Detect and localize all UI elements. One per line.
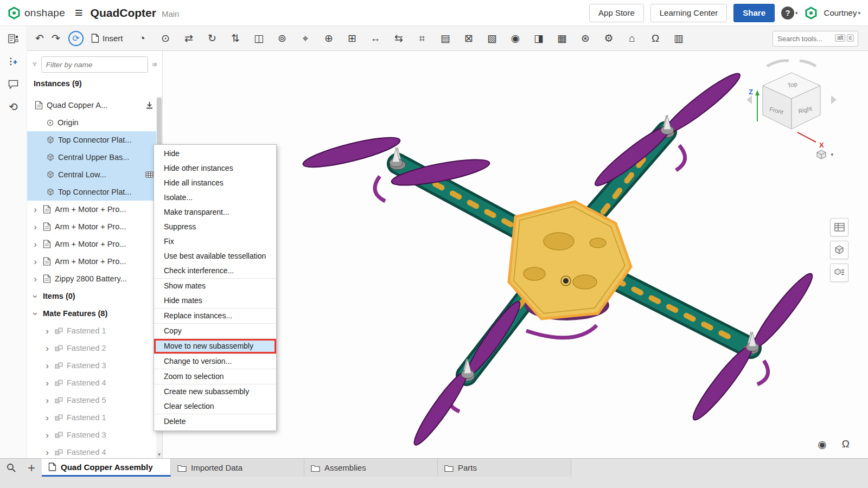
undo-icon[interactable]: ↶ xyxy=(31,32,48,44)
context-menu-item[interactable]: Replace instances... xyxy=(154,309,276,323)
chevron-right-icon[interactable]: › xyxy=(43,361,51,370)
instance-row[interactable]: Origin xyxy=(27,114,157,131)
snap-mode-icon[interactable]: ⌗ xyxy=(411,29,434,48)
instance-row[interactable]: ›Zippy 2800 Battery... xyxy=(27,270,157,287)
instance-row[interactable]: Central Low... xyxy=(27,166,157,183)
context-menu-item[interactable]: Show mates xyxy=(154,279,276,293)
chevron-right-icon[interactable]: › xyxy=(43,448,51,457)
add-tab-icon[interactable]: + xyxy=(28,461,35,474)
mate-feature-row[interactable]: ›Fastened 2 xyxy=(27,339,157,357)
tangent-icon[interactable]: ↔ xyxy=(364,29,387,48)
user-menu[interactable]: Courtney ▾ xyxy=(824,8,860,17)
context-menu-item[interactable]: Zoom to selection xyxy=(154,369,276,384)
context-menu-item-highlighted[interactable]: Move to new subassembly xyxy=(154,339,276,354)
mate-connector-icon[interactable]: ⇄ xyxy=(177,29,201,48)
document-tab[interactable]: Imported Data xyxy=(171,459,304,477)
chevron-right-icon[interactable]: › xyxy=(31,240,39,249)
instance-row[interactable]: Top Connector Plat... xyxy=(27,131,157,149)
comment-icon[interactable] xyxy=(7,78,20,90)
sheet-metal-icon[interactable]: ⌂ xyxy=(621,29,644,48)
feature-list-icon[interactable] xyxy=(7,33,20,44)
scroll-down-icon[interactable]: ▾ xyxy=(156,451,162,458)
named-positions-icon[interactable]: ▤ xyxy=(434,29,457,48)
snapshot-icon[interactable]: ◉ xyxy=(504,29,527,48)
update-icon[interactable]: ⟳ xyxy=(68,31,84,46)
context-menu-item[interactable]: Hide xyxy=(154,146,276,161)
view-cube[interactable]: Top Front Right Z X xyxy=(745,57,838,150)
help-menu[interactable]: ? ▾ xyxy=(781,7,798,20)
pattern-circular-icon[interactable]: ▦ xyxy=(551,29,574,48)
instance-row[interactable]: ›Arm + Motor + Pro... xyxy=(27,201,157,218)
pattern-linear-icon[interactable]: ⊠ xyxy=(457,29,481,48)
chevron-right-icon[interactable]: › xyxy=(43,431,51,440)
chevron-right-icon[interactable]: › xyxy=(31,205,39,214)
instance-row[interactable]: Quad Copper A... xyxy=(27,97,157,114)
insert-button[interactable]: Insert xyxy=(91,34,123,43)
rotate-right-icon[interactable] xyxy=(831,95,837,104)
instance-row[interactable]: Top Connector Plat... xyxy=(27,183,157,201)
record-icon[interactable]: ◉ xyxy=(818,438,827,451)
context-menu-item[interactable]: Hide mates xyxy=(154,293,276,308)
onshape-logo[interactable]: onshape xyxy=(8,7,65,20)
context-menu-item[interactable]: Hide all instances xyxy=(154,176,276,190)
planar-icon[interactable]: ◫ xyxy=(247,29,271,48)
rotate-ccw-icon[interactable] xyxy=(767,61,789,66)
mate-feature-row[interactable]: ›Fastened 3 xyxy=(27,357,157,374)
instance-row[interactable]: ›Arm + Motor + Pro... xyxy=(27,253,157,270)
document-tab[interactable]: Quad Copper Assembly xyxy=(42,459,171,477)
insert-part-icon[interactable] xyxy=(7,55,20,67)
cylindrical-icon[interactable]: ⊚ xyxy=(271,29,294,48)
redo-icon[interactable]: ↷ xyxy=(48,32,64,44)
mate-feature-row[interactable]: ›Fastened 1 xyxy=(27,322,157,339)
replicate-icon[interactable]: ⊛ xyxy=(574,29,597,48)
app-store-button[interactable]: App Store xyxy=(589,4,644,22)
workspace-name[interactable]: Main xyxy=(162,9,180,18)
chevron-right-icon[interactable]: › xyxy=(43,326,51,336)
mate-feature-row[interactable]: ›Fastened 5 xyxy=(27,391,157,409)
mate-feature-row[interactable]: ›Fastened 4 xyxy=(27,374,157,391)
mate-feature-row[interactable]: ›Fastened 3 xyxy=(27,426,157,444)
chevron-right-icon[interactable]: › xyxy=(31,274,39,284)
selected-center-plate[interactable] xyxy=(509,202,631,319)
mate-feature-row[interactable]: ›Fastened 4 xyxy=(27,444,157,458)
context-menu-item[interactable]: Delete xyxy=(154,414,276,429)
view-options-button[interactable]: ▾ xyxy=(816,150,833,159)
chevron-right-icon[interactable]: › xyxy=(43,344,51,353)
mass-scale-icon[interactable]: Ω xyxy=(842,438,850,451)
items-section-header[interactable]: ›Items (0) xyxy=(27,287,157,305)
explode-icon[interactable]: ▧ xyxy=(481,29,504,48)
context-menu-item[interactable]: Change to version... xyxy=(154,354,276,369)
context-menu-item[interactable]: Hide other instances xyxy=(154,161,276,176)
chevron-right-icon[interactable]: › xyxy=(43,396,51,405)
filter-input[interactable] xyxy=(41,56,148,73)
document-tab[interactable]: Parts xyxy=(438,459,571,477)
chevron-right-icon[interactable]: › xyxy=(31,222,39,232)
mate-features-section-header[interactable]: ›Mate Features (8) xyxy=(27,305,157,322)
model-views-icon[interactable] xyxy=(830,241,848,259)
mate-feature-row[interactable]: ›Fastened 1 xyxy=(27,409,157,426)
history-icon[interactable]: ⟲ xyxy=(7,101,20,113)
context-menu-item[interactable]: Clear selection xyxy=(154,399,276,414)
search-tabs-icon[interactable] xyxy=(7,463,16,472)
context-menu-item[interactable]: Make transparent... xyxy=(154,205,276,220)
instance-row[interactable]: ›Arm + Motor + Pro... xyxy=(27,218,157,235)
list-view-icon[interactable] xyxy=(152,61,157,68)
config-icon[interactable] xyxy=(145,171,154,178)
bom-table-icon[interactable] xyxy=(830,218,848,236)
fastened-icon[interactable]: ⊞ xyxy=(341,29,364,48)
mate-icon[interactable]: ◔ xyxy=(131,29,154,48)
chevron-right-icon[interactable]: › xyxy=(43,378,51,388)
chevron-down-icon[interactable]: › xyxy=(31,310,40,317)
mass-properties-icon[interactable]: Ω xyxy=(644,29,667,48)
instance-configs-icon[interactable] xyxy=(830,264,848,282)
search-tools-input[interactable] xyxy=(773,31,858,47)
hamburger-menu-icon[interactable]: ≡ xyxy=(75,6,83,20)
share-button[interactable]: Share xyxy=(733,4,775,22)
slider-icon[interactable]: ⇅ xyxy=(224,29,247,48)
instance-row[interactable]: Central Upper Bas... xyxy=(27,149,157,166)
group-icon[interactable]: ⊙ xyxy=(154,29,177,48)
chevron-right-icon[interactable]: › xyxy=(31,257,39,266)
configurations-icon[interactable]: ⚙ xyxy=(597,29,621,48)
display-states-icon[interactable]: ◨ xyxy=(527,29,551,48)
user-avatar[interactable] xyxy=(805,7,818,20)
